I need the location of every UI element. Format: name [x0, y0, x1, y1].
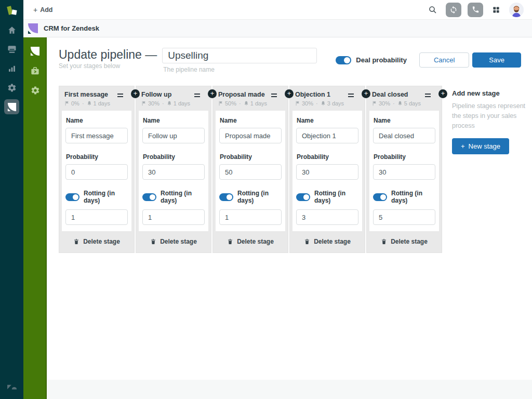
app-title: CRM for Zendesk	[44, 24, 99, 32]
user-avatar[interactable]	[509, 3, 524, 17]
new-stage-button-label: New stage	[469, 142, 500, 150]
cancel-button[interactable]: Cancel	[419, 52, 469, 68]
phone-icon	[472, 6, 480, 14]
footer-strip	[47, 380, 532, 399]
stage-name-input[interactable]	[142, 128, 205, 143]
search-icon	[428, 5, 437, 15]
name-label: Name	[66, 117, 128, 124]
pipeline-name-hint: The pipeline name	[163, 66, 317, 73]
probability-label: Probability	[297, 153, 358, 161]
rotting-label: Rotting (in days)	[314, 190, 358, 204]
rotting-toggle[interactable]	[373, 193, 387, 201]
stages-row: + First message 0% · 1 days	[59, 86, 532, 253]
name-label: Name	[143, 117, 205, 124]
stage-name-input[interactable]	[373, 128, 435, 143]
crm-app-icon	[30, 46, 40, 56]
stage-card-follow-up: + Follow up 30% · 1 days	[136, 86, 211, 253]
name-label: Name	[297, 117, 358, 124]
flag-icon	[295, 101, 300, 106]
app-sub-rail	[23, 37, 47, 399]
drag-handle-icon[interactable]	[425, 94, 431, 99]
rotting-toggle[interactable]	[219, 193, 233, 201]
drag-handle-icon[interactable]	[194, 94, 200, 99]
probability-label: Probability	[66, 153, 128, 161]
insert-stage-button[interactable]: +	[285, 89, 294, 98]
stage-rotting-input[interactable]	[296, 209, 358, 225]
insert-stage-button[interactable]: +	[208, 89, 217, 98]
stage-name-input[interactable]	[65, 128, 128, 143]
sidebar-item-home[interactable]	[4, 22, 19, 37]
delete-stage-button[interactable]: Delete stage	[290, 231, 365, 252]
drag-handle-icon[interactable]	[271, 94, 277, 99]
flag-icon	[372, 101, 377, 106]
stage-header[interactable]: Follow up 30% · 1 days	[136, 86, 211, 111]
crm-app-icon	[27, 23, 38, 34]
trash-icon	[304, 238, 310, 245]
app-rail	[0, 0, 23, 399]
add-button-label: Add	[40, 6, 52, 14]
main-content: Update pipeline — Set your stages below …	[47, 37, 532, 399]
sidebar-item-settings[interactable]	[4, 80, 19, 95]
pipeline-name-input[interactable]	[162, 48, 317, 63]
save-button[interactable]: Save	[472, 52, 521, 68]
sidebar-item-collections[interactable]	[4, 42, 19, 57]
stage-header[interactable]: Proposal made 50% · 1 days	[213, 86, 288, 111]
stage-probability-input[interactable]	[373, 164, 435, 180]
stage-rotting-input[interactable]	[373, 209, 435, 225]
rotting-toggle[interactable]	[65, 193, 79, 201]
sell-logo-icon[interactable]	[4, 4, 20, 20]
probability-label: Probability	[220, 153, 282, 161]
delete-stage-button[interactable]: Delete stage	[367, 231, 442, 252]
subrail-item-settings[interactable]	[28, 83, 43, 98]
bell-icon	[321, 101, 326, 106]
probability-label: Probability	[374, 153, 435, 161]
probability-label: Probability	[143, 153, 205, 161]
stage-probability-input[interactable]	[219, 164, 282, 180]
subrail-item-pipelines[interactable]	[28, 44, 43, 58]
stage-name-input[interactable]	[219, 128, 282, 143]
insert-stage-button[interactable]: +	[438, 89, 447, 98]
subrail-item-deals[interactable]	[28, 63, 43, 78]
delete-stage-button[interactable]: Delete stage	[136, 231, 211, 252]
stage-name-input[interactable]	[296, 128, 358, 143]
search-button[interactable]	[426, 3, 440, 17]
collections-icon	[7, 45, 17, 54]
stage-probability-input[interactable]	[65, 164, 128, 180]
delete-stage-button[interactable]: Delete stage	[213, 231, 288, 252]
trash-icon	[73, 238, 79, 245]
trash-icon	[150, 238, 156, 245]
new-stage-button[interactable]: + New stage	[452, 138, 509, 154]
stage-rotting-input[interactable]	[142, 209, 205, 225]
app-header: CRM for Zendesk	[23, 20, 532, 37]
trash-icon	[381, 238, 387, 245]
add-button[interactable]: + Add	[33, 6, 53, 14]
phone-button[interactable]	[468, 3, 483, 17]
drag-handle-icon[interactable]	[348, 94, 354, 99]
stage-rotting-input[interactable]	[219, 209, 282, 225]
stage-header[interactable]: Objection 1 30% · 3 days	[290, 86, 365, 111]
rotting-toggle[interactable]	[142, 193, 156, 201]
stage-rotting-input[interactable]	[65, 209, 128, 225]
stage-header[interactable]: Deal closed 30% · 5 days	[367, 86, 442, 111]
stage-meta: 50% · 1 days	[218, 100, 283, 107]
insert-stage-button[interactable]: +	[362, 89, 370, 98]
title-block: Update pipeline — Set your stages below	[59, 48, 157, 70]
bell-icon	[397, 101, 403, 106]
page-title: Update pipeline —	[59, 48, 157, 61]
rotting-toggle[interactable]	[296, 193, 310, 201]
topbar: + Add	[23, 0, 532, 20]
bell-icon	[167, 101, 172, 106]
delete-stage-button[interactable]: Delete stage	[59, 231, 134, 252]
stage-header[interactable]: First message 0% · 1 days	[59, 86, 134, 111]
sidebar-item-reports[interactable]	[4, 61, 19, 76]
apps-grid-button[interactable]	[489, 3, 503, 17]
sidebar-item-crm-app[interactable]	[4, 99, 19, 114]
stage-probability-input[interactable]	[296, 164, 358, 180]
drag-handle-icon[interactable]	[117, 94, 123, 99]
deal-probability-label: Deal probability	[356, 56, 407, 64]
deal-probability-toggle[interactable]	[336, 56, 351, 64]
rotting-label: Rotting (in days)	[391, 190, 435, 204]
sync-button[interactable]	[446, 3, 461, 17]
insert-stage-button[interactable]: +	[131, 89, 140, 98]
stage-probability-input[interactable]	[142, 164, 205, 180]
